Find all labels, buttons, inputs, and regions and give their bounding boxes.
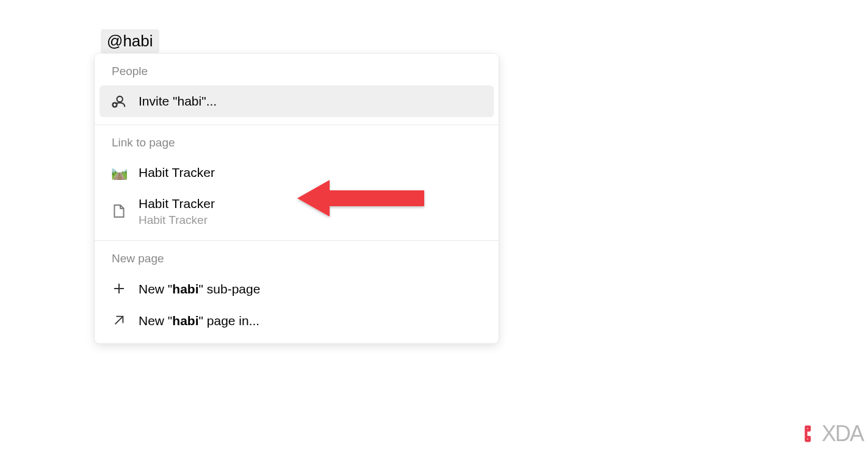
mention-dropdown: People Invite "habi"... Link to page 🛤️ … (95, 54, 499, 343)
svg-point-0 (117, 96, 123, 102)
section-people: People Invite "habi"... (95, 54, 499, 124)
page-item-label: Habit Tracker (139, 163, 215, 181)
plus-icon (109, 279, 129, 298)
page-item-content: Habit Tracker Habit Tracker (139, 195, 215, 227)
page-item-habit-tracker-emoji[interactable]: 🛤️ Habit Tracker (99, 157, 494, 189)
section-header-new: New page (95, 252, 499, 273)
xda-text: XDA (822, 421, 863, 447)
railway-emoji-icon: 🛤️ (109, 163, 129, 182)
mention-input-text: @habi (107, 32, 153, 50)
new-page-in-label: New "habi" page in... (139, 312, 259, 329)
new-page-in-item[interactable]: New "habi" page in... (99, 304, 494, 336)
new-sub-page-item[interactable]: New "habi" sub-page (99, 273, 494, 304)
invite-person-icon (109, 92, 129, 111)
mention-input[interactable]: @habi (101, 29, 159, 53)
section-new-page: New page New "habi" sub-page New "habi" (95, 240, 499, 343)
page-item-label: Habit Tracker (139, 195, 215, 212)
new-sub-page-label: New "habi" sub-page (139, 280, 260, 298)
svg-line-6 (115, 317, 123, 325)
section-header-link: Link to page (95, 136, 499, 157)
page-item-habit-tracker-page[interactable]: Habit Tracker Habit Tracker (99, 189, 494, 233)
page-item-sublabel: Habit Tracker (139, 214, 215, 227)
section-header-people: People (95, 65, 499, 85)
page-icon (109, 201, 129, 221)
invite-label: Invite "habi"... (139, 92, 217, 110)
section-link-to-page: Link to page 🛤️ Habit Tracker Habit Trac… (95, 124, 499, 240)
xda-watermark: XDA (801, 421, 863, 447)
arrow-out-icon (109, 311, 129, 330)
invite-item[interactable]: Invite "habi"... (99, 85, 494, 117)
